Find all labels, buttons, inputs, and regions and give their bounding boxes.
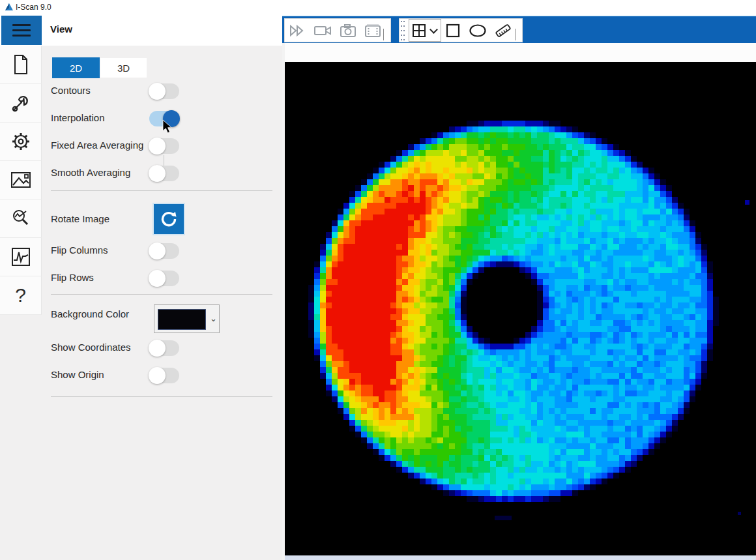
video-camera-icon: [313, 25, 332, 37]
chevron-down-icon: ⌄: [210, 314, 217, 323]
interpolation-toggle[interactable]: [149, 111, 179, 126]
smooth-averaging-toggle[interactable]: [149, 166, 179, 181]
toolbar-overflow-button[interactable]: [383, 29, 389, 40]
background-color-label: Background Color: [51, 308, 129, 319]
divider: [51, 294, 272, 295]
rectangle-tool-icon: [445, 23, 461, 38]
title-bar: I-Scan 9.0: [0, 0, 756, 16]
fast-forward-icon: [289, 24, 306, 37]
hamburger-bar: [12, 24, 31, 26]
smooth-averaging-label: Smooth Averaging: [51, 167, 130, 178]
toggle-connector-line: [164, 155, 164, 166]
toggle-knob: [149, 165, 166, 182]
gear-icon: [10, 131, 31, 152]
tab-2d-label: 2D: [70, 63, 82, 74]
magnifier-graph-icon: [10, 208, 31, 229]
show-origin-toggle[interactable]: [149, 368, 179, 383]
view-panel: 2D 3D Contours Interpolation Fixed Area …: [42, 46, 282, 560]
rectangle-tool-button[interactable]: [445, 23, 461, 38]
contours-toggle[interactable]: [149, 83, 179, 99]
toggle-knob: [149, 243, 166, 259]
background-color-dropdown[interactable]: ⌄: [154, 304, 220, 333]
toggle-knob: [149, 340, 166, 357]
contours-label: Contours: [51, 85, 91, 96]
shapes-toolbar-group: [399, 18, 523, 42]
toolbar-band: [282, 16, 756, 44]
playback-toolbar-group: [284, 18, 391, 42]
show-origin-label: Show Origin: [51, 369, 104, 380]
hamburger-bar: [12, 35, 31, 37]
tab-3d-label: 3D: [117, 63, 130, 74]
tab-2d[interactable]: 2D: [52, 57, 100, 78]
ruler-tool-button[interactable]: [495, 22, 512, 39]
ellipse-tool-icon: [469, 23, 487, 38]
movie-export-button[interactable]: [364, 23, 381, 38]
toolbar-drag-handle[interactable]: [401, 20, 406, 42]
pressure-map-view[interactable]: [285, 62, 756, 555]
ellipse-tool-button[interactable]: [469, 23, 487, 38]
toggle-knob: [149, 138, 166, 155]
interpolation-label: Interpolation: [51, 112, 105, 123]
flip-columns-toggle[interactable]: [149, 243, 179, 259]
panel-title: View: [50, 23, 72, 35]
window-bottom-edge: [285, 555, 756, 560]
grid-layout-icon: [412, 23, 426, 38]
sidebar: ?: [0, 46, 42, 560]
grid-layout-dropdown-button[interactable]: [409, 19, 441, 42]
image-icon: [10, 171, 31, 189]
question-mark-icon: ?: [15, 286, 26, 305]
show-coordinates-toggle[interactable]: [149, 340, 179, 356]
waveform-icon: [11, 247, 31, 267]
sidebar-item-analysis[interactable]: [0, 199, 42, 238]
tab-3d[interactable]: 3D: [100, 57, 147, 78]
toggle-knob: [149, 83, 166, 100]
divider: [51, 190, 272, 191]
app-title: I-Scan 9.0: [16, 3, 51, 12]
app-logo-icon: [5, 3, 14, 12]
color-swatch: [158, 309, 206, 330]
toolbar-overflow-button[interactable]: [515, 29, 521, 40]
hamburger-menu-button[interactable]: [1, 16, 42, 45]
sidebar-item-tools[interactable]: [0, 84, 42, 123]
toggle-knob: [149, 270, 166, 287]
panel-header: [0, 16, 282, 46]
fixed-area-averaging-label: Fixed Area Averaging: [51, 140, 143, 151]
sidebar-item-file[interactable]: [0, 46, 42, 84]
rotate-image-button[interactable]: [154, 204, 184, 234]
film-strip-icon: [364, 23, 381, 38]
dimension-tabs: 2D 3D: [52, 57, 147, 78]
snapshot-button[interactable]: [340, 23, 356, 38]
rotate-clockwise-icon: [159, 209, 179, 229]
document-icon: [12, 54, 30, 75]
record-video-button[interactable]: [313, 25, 332, 37]
hamburger-bar: [12, 29, 31, 31]
rotate-image-label: Rotate Image: [51, 213, 109, 224]
sidebar-item-graph[interactable]: [0, 238, 42, 276]
flip-rows-toggle[interactable]: [149, 271, 179, 286]
divider: [51, 396, 272, 397]
toggle-knob: [149, 367, 166, 384]
show-coordinates-label: Show Coordinates: [51, 342, 131, 353]
sidebar-item-image[interactable]: [0, 161, 42, 199]
chevron-down-icon: [429, 25, 438, 34]
fixed-area-averaging-toggle[interactable]: [149, 138, 179, 154]
fast-forward-button[interactable]: [289, 24, 306, 37]
pressure-heatmap: [285, 62, 756, 555]
sidebar-item-help[interactable]: ?: [0, 276, 42, 315]
wrench-icon: [10, 93, 31, 113]
toggle-knob: [163, 110, 180, 127]
camera-icon: [340, 23, 356, 38]
flip-columns-label: Flip Columns: [51, 244, 108, 256]
toolbar-lower-strip: [285, 43, 756, 62]
ruler-icon: [495, 22, 512, 39]
flip-rows-label: Flip Rows: [51, 272, 94, 283]
sidebar-item-settings[interactable]: [0, 123, 42, 161]
